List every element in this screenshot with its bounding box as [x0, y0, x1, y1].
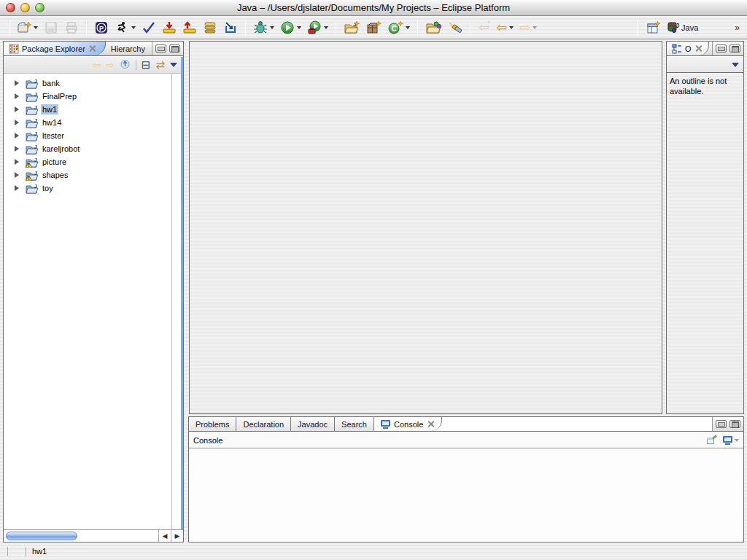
tree-item[interactable]: J ! hw14: [4, 116, 171, 129]
expander-icon[interactable]: [15, 106, 19, 112]
vertical-scrollbar[interactable]: [171, 74, 181, 529]
tree-item-label[interactable]: toy: [41, 183, 55, 193]
open-console-button[interactable]: [723, 436, 739, 445]
tree-item[interactable]: J ! kareljrobot: [4, 142, 171, 155]
dropdown-arrow-icon[interactable]: [735, 439, 739, 442]
bottom-tab[interactable]: Declaration: [236, 417, 291, 431]
tree-item[interactable]: J ! FinalPrep: [4, 90, 171, 103]
maximize-view-button[interactable]: [729, 420, 740, 428]
new-package-button[interactable]: [364, 20, 383, 36]
dropdown-arrow-icon[interactable]: [406, 26, 410, 29]
external-tools-button[interactable]: [113, 20, 137, 36]
bottom-tab-label: Declaration: [243, 420, 284, 429]
tree-item[interactable]: J ! picture: [4, 155, 171, 168]
svg-text:J: J: [353, 21, 356, 28]
run-external-tools-button[interactable]: [306, 20, 330, 36]
build-button[interactable]: [201, 20, 219, 36]
java-perspective-label: Java: [681, 23, 698, 32]
expander-icon[interactable]: [15, 120, 19, 125]
close-icon[interactable]: [427, 421, 434, 427]
java-perspective-button[interactable]: J Java: [665, 20, 700, 35]
tree-item[interactable]: J ! bank: [4, 77, 171, 90]
tree-item-label[interactable]: hw14: [41, 117, 63, 128]
new-java-project-button[interactable]: J: [342, 20, 361, 36]
tree-item[interactable]: J ! ltester: [4, 129, 171, 142]
expander-icon[interactable]: [15, 133, 19, 139]
horizontal-scrollbar[interactable]: ◀ ▶: [4, 529, 183, 542]
minimize-view-button[interactable]: [155, 44, 166, 52]
dropdown-arrow-icon[interactable]: [509, 26, 514, 29]
perspective-overflow-button[interactable]: »: [735, 23, 740, 33]
search-button[interactable]: [446, 20, 465, 36]
view-menu-icon[interactable]: [170, 63, 177, 67]
pin-console-icon[interactable]: [707, 436, 717, 445]
maximize-view-button[interactable]: [729, 44, 740, 52]
tree-item-label[interactable]: shapes: [41, 170, 69, 180]
link-with-editor-icon[interactable]: ⇄: [155, 60, 165, 70]
bottom-tab[interactable]: Problems: [189, 417, 236, 431]
collapse-all-icon[interactable]: ⊟: [142, 60, 151, 70]
tab-package-explorer[interactable]: Package Explorer: [4, 42, 106, 55]
debug-button[interactable]: [252, 20, 276, 36]
open-perspective-button[interactable]: [645, 20, 662, 36]
export-button[interactable]: [181, 20, 198, 36]
run-button[interactable]: [279, 20, 303, 36]
dropdown-arrow-icon[interactable]: [270, 26, 274, 29]
bottom-tab[interactable]: Javadoc: [291, 417, 335, 431]
close-window-button[interactable]: [6, 3, 15, 12]
tree-item[interactable]: J ! shapes: [4, 168, 171, 182]
open-type-button[interactable]: [424, 20, 443, 36]
scroll-left-button[interactable]: ◀: [158, 530, 171, 542]
java-project-folder-icon: J !: [26, 117, 39, 128]
dropdown-arrow-icon[interactable]: [131, 26, 136, 29]
view-minmax: [712, 417, 743, 431]
print-icon: [64, 20, 79, 35]
tree-item-label[interactable]: kareljrobot: [41, 144, 81, 154]
maximize-view-button[interactable]: [169, 44, 180, 52]
expander-icon[interactable]: [15, 93, 19, 99]
tree-item-label[interactable]: ltester: [41, 131, 66, 141]
check-button[interactable]: [140, 20, 158, 36]
minimize-view-button[interactable]: [716, 420, 727, 428]
package-explorer-toolbar: ⇦ ⇨ ⊟ ⇄: [4, 57, 183, 74]
zoom-window-button[interactable]: [35, 3, 44, 12]
close-icon[interactable]: [696, 45, 703, 52]
tree-item[interactable]: J ! hw1: [4, 103, 171, 116]
tree-item-label[interactable]: bank: [41, 78, 61, 88]
status-separator: [26, 547, 26, 556]
dropdown-arrow-icon[interactable]: [324, 26, 328, 29]
new-wizard-button[interactable]: [15, 20, 39, 36]
expander-icon[interactable]: [15, 146, 19, 152]
expander-icon[interactable]: [15, 172, 19, 178]
java-project-folder-icon: J !: [26, 144, 39, 155]
expander-icon[interactable]: [15, 80, 19, 86]
dropdown-arrow-icon[interactable]: [297, 26, 301, 29]
editor-area[interactable]: [189, 41, 662, 414]
tree-item-label[interactable]: FinalPrep: [41, 91, 78, 101]
minimize-view-button[interactable]: [716, 44, 727, 52]
tab-hierarchy[interactable]: Hierarchy: [106, 42, 150, 55]
scrollbar-thumb[interactable]: [6, 532, 77, 540]
expander-icon[interactable]: [15, 185, 19, 191]
plugin-button[interactable]: P: [93, 20, 110, 36]
tree-item-label[interactable]: hw1: [41, 104, 58, 114]
bottom-tab[interactable]: Console: [374, 417, 442, 431]
main-toolbar: P: [0, 16, 747, 39]
deploy-button[interactable]: [222, 20, 239, 36]
expander-icon[interactable]: [15, 159, 19, 165]
scroll-right-button[interactable]: ▶: [171, 530, 183, 542]
view-menu-icon[interactable]: [732, 63, 739, 67]
tab-outline[interactable]: O: [667, 42, 709, 55]
close-icon[interactable]: [90, 45, 96, 52]
bottom-tab-label: Javadoc: [298, 420, 328, 429]
console-output[interactable]: [189, 449, 743, 542]
import-button[interactable]: [160, 20, 178, 36]
bottom-tab[interactable]: Search: [335, 417, 374, 431]
dropdown-arrow-icon[interactable]: [34, 26, 38, 29]
tree-item[interactable]: J ! toy: [4, 182, 171, 195]
tree-item-label[interactable]: picture: [41, 157, 68, 167]
go-up-icon[interactable]: [120, 58, 131, 72]
back-button[interactable]: ⇦: [495, 20, 515, 35]
new-class-button[interactable]: C: [386, 20, 411, 36]
minimize-window-button[interactable]: [20, 3, 30, 12]
